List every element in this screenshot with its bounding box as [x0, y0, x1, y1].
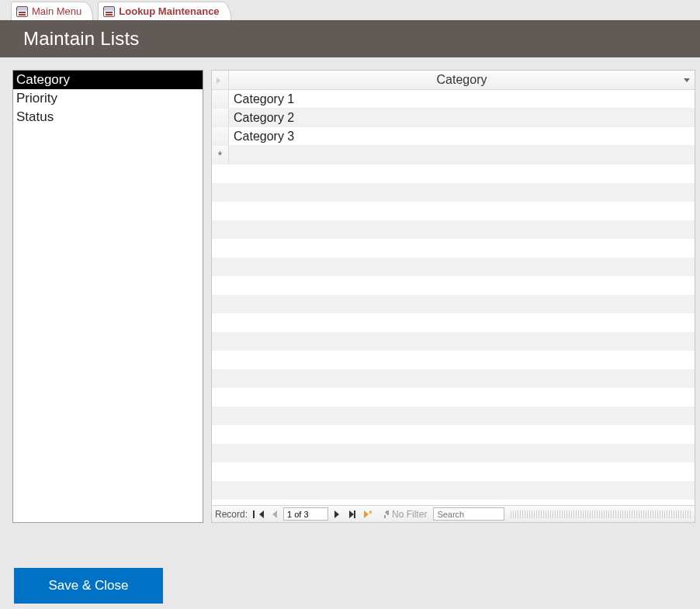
table-row[interactable]: Category 1	[212, 90, 695, 109]
datasheet-header-row: Category	[212, 71, 695, 90]
datasheet-empty-area	[212, 164, 695, 505]
form-icon	[16, 6, 28, 17]
page-title: Maintain Lists	[23, 28, 140, 50]
cell[interactable]: Category 2	[229, 109, 695, 126]
row-selector[interactable]	[212, 127, 229, 145]
new-record-marker[interactable]: *	[212, 146, 229, 164]
page-header: Maintain Lists	[0, 20, 700, 57]
tab-label: Main Menu	[32, 5, 81, 17]
record-navigator: Record: * No Filter	[212, 505, 695, 522]
prev-record-button[interactable]	[268, 507, 282, 521]
funnel-icon	[381, 510, 389, 518]
list-item-category[interactable]: Category	[13, 71, 203, 89]
column-dropdown-icon[interactable]	[684, 78, 690, 82]
select-all-rows[interactable]	[212, 71, 229, 89]
horizontal-scrollbar[interactable]	[511, 510, 691, 518]
cell[interactable]: Category 3	[229, 127, 695, 145]
row-selector[interactable]	[212, 109, 229, 126]
save-and-close-button[interactable]: Save & Close	[14, 568, 163, 604]
search-input[interactable]	[433, 507, 504, 521]
column-header-label: Category	[437, 73, 487, 87]
datasheet-body: Category 1 Category 2 Category 3 *	[212, 90, 695, 505]
row-selector[interactable]	[212, 90, 229, 108]
last-record-button[interactable]	[345, 507, 359, 521]
next-record-button[interactable]	[330, 507, 344, 521]
new-record-row[interactable]: *	[212, 146, 695, 164]
cell[interactable]: Category 1	[229, 90, 695, 108]
record-label: Record:	[215, 509, 248, 520]
form-icon	[103, 6, 115, 17]
datasheet: Category Category 1 Category 2 Category …	[211, 70, 695, 523]
new-record-button[interactable]: *	[361, 507, 375, 521]
lookup-listbox[interactable]: Category Priority Status	[12, 70, 203, 523]
table-row[interactable]: Category 3	[212, 127, 695, 146]
filter-indicator[interactable]: No Filter	[376, 509, 431, 520]
list-item-priority[interactable]: Priority	[13, 89, 203, 108]
table-row[interactable]: Category 2	[212, 109, 695, 127]
main-area: Category Priority Status Category Catego…	[0, 57, 700, 523]
tab-main-menu[interactable]: Main Menu	[11, 2, 93, 20]
tab-label: Lookup Maintenance	[119, 5, 219, 17]
first-record-button[interactable]	[252, 507, 266, 521]
record-position-input[interactable]	[283, 507, 328, 521]
column-header-category[interactable]: Category	[229, 71, 695, 89]
tab-strip: Main Menu Lookup Maintenance	[0, 0, 700, 20]
no-filter-label: No Filter	[392, 509, 427, 520]
tab-lookup-maintenance[interactable]: Lookup Maintenance	[98, 2, 230, 20]
list-item-status[interactable]: Status	[13, 108, 203, 126]
cell[interactable]	[229, 146, 695, 164]
